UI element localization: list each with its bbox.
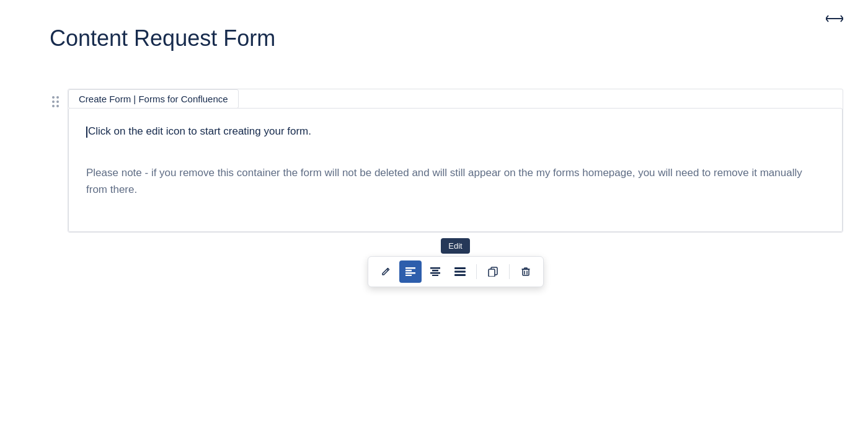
main-content: Content Request Form Create Form | Forms… [50, 25, 843, 233]
svg-rect-5 [430, 267, 440, 269]
svg-rect-2 [405, 270, 412, 272]
svg-rect-6 [432, 270, 438, 272]
svg-rect-13 [489, 269, 495, 277]
form-body: Click on the edit icon to start creating… [68, 108, 843, 232]
toolbar [368, 256, 544, 287]
cursor-bar [86, 127, 87, 138]
page-container: Content Request Form Create Form | Forms… [0, 0, 868, 436]
pencil-button[interactable] [374, 260, 397, 283]
align-left-button[interactable] [399, 260, 422, 283]
drag-handle[interactable] [50, 89, 61, 110]
form-header-tab: Create Form | Forms for Confluence [68, 89, 843, 108]
svg-rect-8 [432, 275, 438, 276]
page-title: Content Request Form [50, 25, 843, 51]
form-block-wrapper: Create Form | Forms for Confluence Click… [50, 89, 843, 233]
svg-rect-14 [523, 269, 529, 275]
delete-button[interactable] [515, 260, 537, 283]
toolbar-divider [476, 264, 477, 279]
form-instruction-text: Click on the edit icon to start creating… [86, 123, 825, 140]
toolbar-divider-2 [509, 264, 510, 279]
form-tab-label: Create Form | Forms for Confluence [68, 89, 239, 109]
svg-rect-4 [405, 275, 412, 276]
align-center-button[interactable] [424, 260, 446, 283]
svg-rect-1 [405, 267, 415, 269]
form-block: Create Form | Forms for Confluence Click… [68, 89, 843, 233]
svg-rect-9 [454, 267, 466, 269]
svg-rect-10 [454, 271, 466, 273]
svg-rect-7 [430, 272, 440, 274]
form-body-line1: Click on the edit icon to start creating… [88, 125, 311, 137]
svg-rect-3 [405, 272, 415, 274]
full-width-button[interactable] [449, 260, 471, 283]
edit-tooltip: Edit [441, 238, 469, 254]
form-body-line2: Please note - if you remove this contain… [86, 164, 825, 198]
drag-dots-icon [50, 94, 61, 110]
copy-button[interactable] [482, 260, 504, 283]
toolbar-area: Edit [368, 238, 544, 287]
svg-rect-11 [454, 274, 466, 276]
